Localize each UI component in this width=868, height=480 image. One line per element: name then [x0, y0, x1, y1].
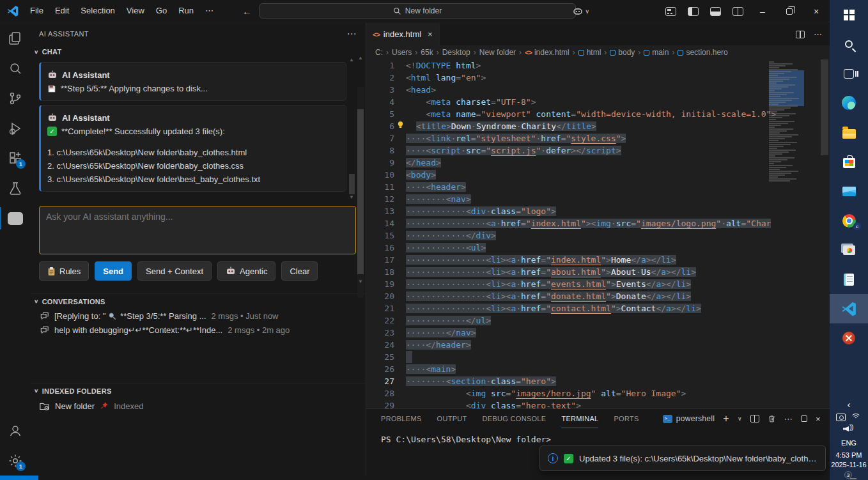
tab-close-icon[interactable]: ×: [428, 29, 433, 39]
terminal-prompt[interactable]: PS C:\Users\58\Desktop\New folder>: [381, 435, 551, 444]
code-line[interactable]: 16············<ul>: [366, 242, 830, 254]
volume-icon[interactable]: [843, 425, 855, 433]
activity-item-explorer[interactable]: [0, 23, 30, 53]
code-line[interactable]: 22············</ul>: [366, 314, 830, 327]
code-line[interactable]: 6<title>Down·Syndrome·Charity</title>: [366, 120, 830, 132]
code-line[interactable]: 26····<main>: [366, 363, 830, 375]
toggle-panel-button[interactable]: [710, 7, 721, 16]
code-line[interactable]: 12········<nav>: [366, 193, 830, 205]
lightbulb-icon[interactable]: [397, 121, 405, 129]
activity-item-accounts[interactable]: [0, 415, 30, 445]
code-line[interactable]: 5 <meta name="viewport" content="width=d…: [366, 108, 830, 120]
taskbar-item-chrome-window[interactable]: [830, 235, 868, 265]
clock[interactable]: 4:53 PM2025-11-16: [831, 451, 866, 470]
taskbar-item-file-explorer[interactable]: [830, 118, 868, 147]
panel-tab-debug-console[interactable]: DEBUG CONSOLE: [483, 409, 546, 428]
code-line[interactable]: 29 <div class="hero-text">: [366, 399, 830, 408]
chat-scrollbar[interactable]: [349, 98, 355, 201]
code-line[interactable]: 7····<link·rel="stylesheet"·href="style.…: [366, 132, 830, 144]
taskbar-item-search[interactable]: [830, 29, 868, 59]
tray-expand-icon[interactable]: ‹: [847, 399, 850, 410]
code-line[interactable]: 8····<script·src="script.js"·defer></scr…: [366, 144, 830, 157]
menu-item-file[interactable]: File: [24, 3, 49, 19]
code-line[interactable]: 28 <img src="images/hero.jpg" alt="Hero …: [366, 387, 830, 399]
taskbar-item-edge[interactable]: [830, 88, 868, 118]
taskbar-item-store[interactable]: [830, 147, 868, 176]
code-line[interactable]: 19················<li><a·href="events.ht…: [366, 278, 830, 290]
rules-button[interactable]: Rules: [39, 261, 89, 281]
code-line[interactable]: 24····</header>: [366, 339, 830, 351]
panel-tab-ports[interactable]: PORTS: [614, 409, 639, 428]
code-line[interactable]: 3<head>: [366, 84, 830, 96]
toggle-sidebar-button[interactable]: [688, 7, 699, 16]
breadcrumb-item-new-folder[interactable]: New folder: [479, 48, 516, 57]
code-line[interactable]: 4 <meta charset="UTF-8">: [366, 96, 830, 108]
editor-more-actions-button[interactable]: ⋯: [814, 29, 822, 39]
code-line[interactable]: 23········</nav>: [366, 327, 830, 339]
breadcrumb-item-section-hero[interactable]: section.hero: [678, 48, 727, 57]
activity-item-ai-assistant[interactable]: [0, 203, 30, 233]
code-line[interactable]: 14················<a·href="index.html"><…: [366, 217, 830, 229]
breadcrumb-item-users[interactable]: Users: [392, 48, 412, 57]
activity-item-extensions[interactable]: 1: [0, 143, 30, 173]
scroll-up-icon[interactable]: ▲: [349, 57, 354, 63]
panel-tab-output[interactable]: OUTPUT: [437, 409, 467, 428]
activity-item-settings[interactable]: 1: [0, 445, 30, 476]
breadcrumb-item-html[interactable]: html: [578, 48, 601, 57]
notification-toast[interactable]: i ✓ Updated 3 file(s): c:\Users\65k\Desk…: [539, 445, 826, 471]
panel-scrollbar[interactable]: [357, 87, 364, 298]
minimap[interactable]: [769, 61, 804, 352]
taskbar-item-task-view[interactable]: [830, 59, 868, 88]
split-editor-button[interactable]: [796, 31, 805, 38]
menu-item-go[interactable]: Go: [150, 3, 173, 19]
restore-button[interactable]: [776, 0, 803, 22]
code-line[interactable]: 2<html lang="en">: [366, 72, 830, 84]
code-line[interactable]: 17················<li><a·href="index.htm…: [366, 254, 830, 266]
breadcrumb-item-c-[interactable]: C:: [375, 48, 383, 57]
send-context-button[interactable]: Send + Context: [137, 261, 212, 281]
close-button[interactable]: ×: [803, 0, 830, 22]
maximize-panel-button[interactable]: [801, 415, 807, 422]
taskbar-item-notepad[interactable]: [830, 265, 868, 294]
breadcrumb-item-body[interactable]: body: [610, 48, 635, 57]
remote-indicator[interactable]: [0, 476, 38, 480]
code-line[interactable]: 18················<li><a·href="about.htm…: [366, 266, 830, 278]
terminal-shell-selector[interactable]: >_powershell: [663, 414, 715, 423]
indexed-folders-section-header[interactable]: ∨ INDEXED FOLDERS: [30, 383, 366, 398]
code-line[interactable]: 15············</div>: [366, 229, 830, 242]
terminal-dropdown-icon[interactable]: ∨: [738, 415, 742, 422]
menu-item-view[interactable]: View: [121, 3, 150, 19]
activity-item-run-debug[interactable]: [0, 113, 30, 143]
taskbar-item-vscode[interactable]: [830, 294, 868, 323]
wifi-icon[interactable]: [851, 414, 861, 421]
code-line[interactable]: 11····<header>: [366, 181, 830, 193]
tablet-mode-icon[interactable]: [836, 414, 846, 421]
conversations-section-header[interactable]: ∨ CONVERSATIONS: [30, 293, 366, 309]
scroll-up-icon[interactable]: ▲: [358, 55, 363, 61]
menu-item-more[interactable]: ⋯: [199, 3, 219, 19]
code-line[interactable]: 13············<div·class="logo">: [366, 205, 830, 217]
menu-item-selection[interactable]: Selection: [75, 3, 120, 19]
breadcrumb-item-index-html[interactable]: <>index.html: [525, 48, 570, 57]
send-button[interactable]: Send: [95, 261, 132, 281]
code-line[interactable]: 9</head>: [366, 157, 830, 169]
toggle-secondary-sidebar-button[interactable]: [732, 7, 743, 16]
activity-item-testing[interactable]: [0, 173, 30, 203]
chat-input[interactable]: [39, 206, 356, 254]
editor-scrollbar[interactable]: [821, 59, 828, 155]
activity-item-search[interactable]: [0, 53, 30, 83]
code-line[interactable]: 25: [366, 351, 830, 363]
tab-index-html[interactable]: <> index.html ×: [366, 23, 440, 45]
menu-item-run[interactable]: Run: [173, 3, 199, 19]
conversation-item[interactable]: help with debugging↵↵**Context:**↵**Inde…: [30, 323, 366, 337]
taskbar-item-chrome[interactable]: c: [830, 206, 868, 235]
code-line[interactable]: 21················<li><a·href="contact.h…: [366, 302, 830, 314]
customize-layout-button[interactable]: [665, 7, 676, 16]
code-line[interactable]: 10<body>: [366, 169, 830, 181]
panel-tab-terminal[interactable]: TERMINAL: [561, 409, 598, 428]
copilot-menu-button[interactable]: ∨: [573, 6, 589, 17]
panel-more-button[interactable]: ⋯: [347, 28, 357, 40]
minimize-button[interactable]: –: [749, 0, 776, 22]
breadcrumb-item-main[interactable]: main: [644, 48, 669, 57]
command-center-search[interactable]: New folder: [259, 3, 576, 19]
